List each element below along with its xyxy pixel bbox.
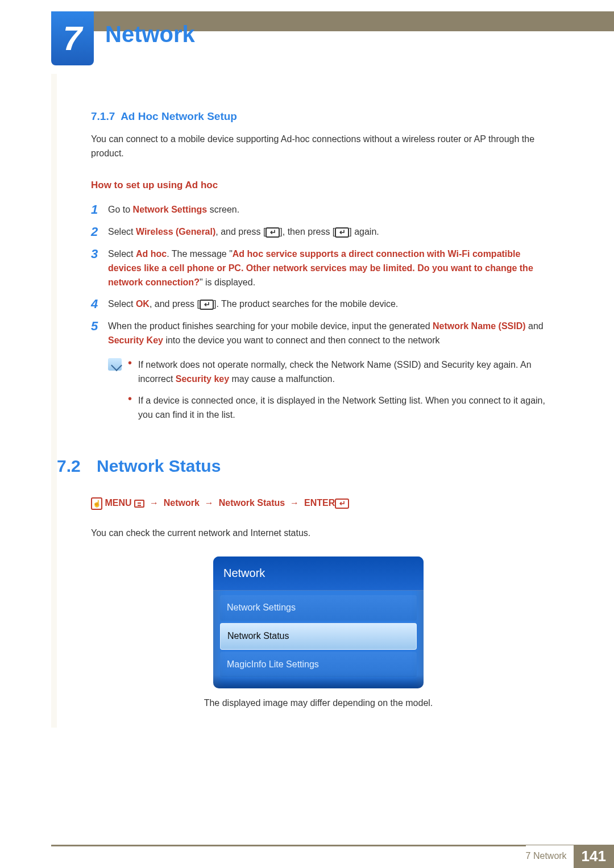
osd-item-network-settings[interactable]: Network Settings [220, 595, 417, 621]
footer-chapter-label: 7 Network [526, 845, 574, 868]
ok-label: OK [136, 299, 150, 309]
arrow-icon: → [290, 498, 299, 508]
osd-item-network-status[interactable]: Network Status [220, 623, 417, 650]
subsection-intro: You can connect to a mobile device suppo… [91, 132, 546, 161]
howto-heading: How to set up using Ad hoc [91, 178, 546, 193]
step-2: 2 Select Wireless (General), and press [… [91, 225, 546, 239]
adhoc-label: Ad hoc [136, 249, 167, 259]
footer-page-number: 141 [574, 845, 614, 868]
enter-icon: ↵ [335, 499, 349, 509]
enter-icon: ↵ [265, 227, 280, 238]
security-key-label: Security key [176, 374, 229, 384]
chapter-badge: 7 [51, 11, 94, 65]
step-1: 1 Go to Network Settings screen. [91, 203, 546, 217]
step-body: Select Wireless (General), and press [↵]… [108, 225, 546, 239]
step-body: Select Ad hoc. The message "Ad hoc servi… [108, 247, 546, 289]
bullet-icon: • [128, 358, 138, 387]
note-block: • If network does not operate normally, … [108, 358, 546, 430]
enter-icon: ↵ [335, 227, 349, 238]
step-body: Go to Network Settings screen. [108, 203, 546, 217]
note-list: • If network does not operate normally, … [128, 358, 546, 430]
note-item: • If network does not operate normally, … [128, 358, 546, 387]
chapter-title: Network [105, 22, 195, 47]
network-status-intro: You can check the current network and In… [91, 526, 546, 541]
section-heading: 7.2 Network Status [57, 453, 546, 480]
bullet-icon: • [128, 394, 138, 422]
arrow-icon: → [205, 498, 214, 508]
step-number: 4 [91, 297, 108, 312]
note-icon [108, 358, 128, 430]
step-body: Select OK, and press [↵]. The product se… [108, 297, 546, 312]
ssid-label: Network Name (SSID) [433, 321, 526, 331]
step-number: 5 [91, 319, 108, 348]
enter-icon: ↵ [200, 300, 214, 310]
subsection-title: Ad Hoc Network Setup [121, 110, 237, 122]
section-number: 7.2 [57, 453, 97, 480]
network-settings-label: Network Settings [133, 205, 208, 214]
subsection-heading: 7.1.7 Ad Hoc Network Setup [91, 108, 546, 124]
step-3: 3 Select Ad hoc. The message "Ad hoc ser… [91, 247, 546, 289]
content: 7.1.7 Ad Hoc Network Setup You can conne… [91, 108, 546, 733]
security-key-label: Security Key [108, 335, 163, 345]
osd-caption: The displayed image may differ depending… [91, 696, 546, 711]
menu-label: MENU [105, 498, 131, 508]
wireless-general-label: Wireless (General) [136, 227, 215, 236]
arrow-icon: → [150, 498, 159, 508]
step-number: 3 [91, 247, 108, 289]
enter-label: ENTER [304, 498, 335, 508]
menu-path: ☝ MENU → Network → Network Status → ENTE… [91, 496, 546, 510]
step-5: 5 When the product finishes searching fo… [91, 319, 546, 348]
step-4: 4 Select OK, and press [↵]. The product … [91, 297, 546, 312]
hand-icon: ☝ [91, 497, 102, 510]
path-network-status: Network Status [219, 498, 285, 508]
step-body: When the product finishes searching for … [108, 319, 546, 348]
osd-header: Network [213, 556, 424, 591]
section-title: Network Status [97, 453, 221, 480]
menu-icon [134, 500, 144, 508]
step-number: 2 [91, 225, 108, 239]
osd-body: Network Settings Network Status MagicInf… [213, 591, 424, 688]
osd-item-magicinfo-lite-settings[interactable]: MagicInfo Lite Settings [220, 652, 417, 678]
path-network: Network [164, 498, 200, 508]
note-item: • If a device is connected once, it is d… [128, 394, 546, 422]
step-number: 1 [91, 203, 108, 217]
footer: 7 Network 141 [526, 845, 614, 868]
left-gutter-stripe [51, 74, 57, 728]
osd-menu: Network Network Settings Network Status … [213, 556, 424, 688]
subsection-number: 7.1.7 [91, 110, 115, 122]
